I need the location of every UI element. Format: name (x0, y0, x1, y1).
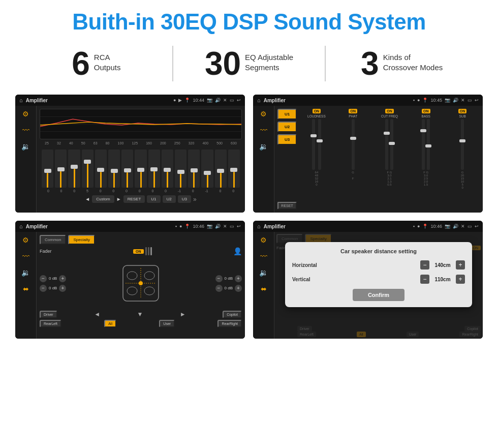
crossover-filter-icon[interactable]: ⚙ (260, 110, 267, 118)
eq-slider-5[interactable] (108, 150, 120, 188)
db-plus-tr[interactable]: + (235, 275, 242, 282)
arrow-right-icon[interactable]: ► (180, 311, 186, 318)
bass-on-btn[interactable]: ON (422, 109, 430, 113)
stat-rca: 6 RCA Outputs (30, 47, 162, 80)
db-minus-br[interactable]: − (215, 285, 223, 292)
crossover-reset-btn[interactable]: RESET (277, 202, 297, 210)
eq-slider-13[interactable] (215, 150, 227, 188)
cutfreq-on-btn[interactable]: ON (385, 109, 394, 113)
eq-slider-3[interactable] (82, 150, 94, 188)
dialog-home-icon[interactable]: ⌂ (257, 223, 261, 229)
driver-btn[interactable]: Driver (40, 311, 57, 318)
db-val-br: 0 dB (225, 286, 233, 290)
eq-fill-1 (60, 171, 61, 188)
crossover-vol-icon[interactable]: 🔉 (259, 142, 268, 151)
eq-reset-btn[interactable]: RESET (123, 195, 145, 203)
sub-slider[interactable] (461, 119, 464, 170)
eq-screen: ⌂ Amplifier ● ▶ 📍 10:44 📷 🔊 ✕ ▭ ↩ ⚙ 〰 🔉 (15, 95, 245, 213)
eq-slider-12[interactable] (201, 150, 213, 188)
eq-slider-7[interactable] (135, 150, 146, 188)
eq-sidebar-vol-icon[interactable]: 🔉 (21, 142, 30, 151)
eq-slider-6[interactable] (121, 150, 133, 188)
fader-on-btn[interactable]: ON (133, 249, 144, 254)
cutfreq-slider-1[interactable] (385, 119, 388, 170)
dialog-horizontal-plus[interactable]: + (456, 260, 465, 270)
eq-slider-11[interactable] (188, 150, 200, 188)
eq-thumb-3 (84, 160, 91, 164)
dialog-horizontal-minus[interactable]: − (420, 260, 429, 270)
arrow-left-icon[interactable]: ◄ (94, 311, 100, 318)
eq-prev-icon[interactable]: ◄ (85, 196, 90, 202)
fader-wave-icon[interactable]: 〰 (22, 252, 29, 260)
eq-slider-0[interactable] (42, 150, 53, 188)
rearleft-btn[interactable]: RearLeft (40, 320, 61, 327)
loudness-on-btn[interactable]: ON (313, 109, 321, 113)
db-plus-bl[interactable]: + (59, 285, 66, 292)
eq-u3-btn[interactable]: U3 (178, 195, 191, 203)
eq-custom-btn[interactable]: Custom (92, 195, 114, 203)
eq-sidebar-wave-icon[interactable]: 〰 (22, 126, 29, 134)
db-plus-br[interactable]: + (235, 285, 242, 292)
fader-tab-specialty[interactable]: Specialty (68, 235, 95, 245)
fader-topbar-title: Amplifier (26, 224, 172, 229)
loudness-slider-2[interactable] (318, 119, 321, 170)
home-icon[interactable]: ⌂ (19, 97, 23, 103)
rearright-btn[interactable]: RearRight (217, 320, 242, 327)
eq-next-icon[interactable]: ► (116, 196, 121, 202)
db-val-tr: 0 dB (225, 276, 233, 281)
loudness-slider-1[interactable] (312, 119, 315, 170)
dialog-title: Car speaker distance setting (292, 248, 465, 254)
eq-body: ⚙ 〰 🔉 (15, 106, 245, 213)
db-minus-tl[interactable]: − (40, 275, 47, 282)
crossover-home-icon[interactable]: ⌂ (257, 97, 261, 103)
crossover-u1-btn[interactable]: U1 (277, 109, 297, 120)
eq-slider-9[interactable] (162, 150, 173, 188)
fader-label: Fader (40, 249, 52, 254)
eq-sidebar-filter-icon[interactable]: ⚙ (22, 110, 29, 118)
eq-more-icon[interactable]: » (193, 196, 197, 203)
eq-slider-8[interactable] (148, 150, 160, 188)
crossover-u3-btn[interactable]: U3 (277, 134, 297, 145)
dialog-arrow-icon[interactable]: ⬌ (261, 285, 267, 293)
eq-thumb-8 (150, 167, 158, 171)
stat-crossover: 3 Kinds of Crossover Modes (336, 47, 468, 80)
db-minus-bl[interactable]: − (40, 285, 47, 292)
dialog-vol-icon[interactable]: 🔉 (259, 268, 268, 277)
fader-filter-icon[interactable]: ⚙ (22, 236, 29, 244)
eq-slider-10[interactable] (175, 150, 186, 188)
eq-back-icon[interactable]: ↩ (237, 98, 241, 103)
db-minus-tr[interactable]: − (215, 275, 223, 282)
eq-slider-14[interactable] (228, 150, 240, 188)
db-plus-tl[interactable]: + (59, 275, 66, 282)
fader-arrow-icon[interactable]: ⬌ (23, 285, 29, 293)
fader-back[interactable]: ↩ (237, 224, 241, 229)
bass-slider-2[interactable] (427, 119, 430, 170)
fader-vol-icon[interactable]: 🔉 (21, 268, 30, 277)
fader-time: 10:46 (193, 224, 204, 229)
phat-on-btn[interactable]: ON (349, 109, 357, 113)
confirm-button[interactable]: Confirm (353, 289, 404, 301)
phat-slider[interactable] (352, 119, 355, 170)
cutfreq-slider-2[interactable] (390, 119, 393, 170)
dialog-wave-icon[interactable]: 〰 (260, 252, 267, 260)
eq-u2-btn[interactable]: U2 (163, 195, 176, 203)
user-btn[interactable]: User (159, 320, 175, 327)
eq-slider-4[interactable] (95, 150, 107, 188)
crossover-u2-btn[interactable]: U2 (277, 122, 297, 132)
dialog-vertical-minus[interactable]: − (420, 275, 429, 284)
crossover-wave-icon[interactable]: 〰 (260, 126, 267, 134)
sub-on-btn[interactable]: ON (458, 109, 467, 113)
eq-u1-btn[interactable]: U1 (147, 195, 160, 203)
fader-tab-common[interactable]: Common (40, 235, 66, 245)
dialog-vertical-plus[interactable]: + (456, 275, 465, 284)
dialog-filter-icon[interactable]: ⚙ (260, 236, 267, 244)
arrow-down-icon[interactable]: ▼ (137, 311, 143, 318)
eq-slider-1[interactable] (55, 150, 67, 188)
bass-slider-1[interactable] (422, 119, 425, 170)
eq-slider-2[interactable] (68, 150, 80, 188)
crossover-back[interactable]: ↩ (475, 98, 479, 103)
copilot-btn[interactable]: Copilot (223, 311, 242, 318)
fader-home-icon[interactable]: ⌂ (19, 223, 23, 229)
all-btn[interactable]: All (104, 320, 116, 327)
dialog-back[interactable]: ↩ (475, 224, 479, 229)
